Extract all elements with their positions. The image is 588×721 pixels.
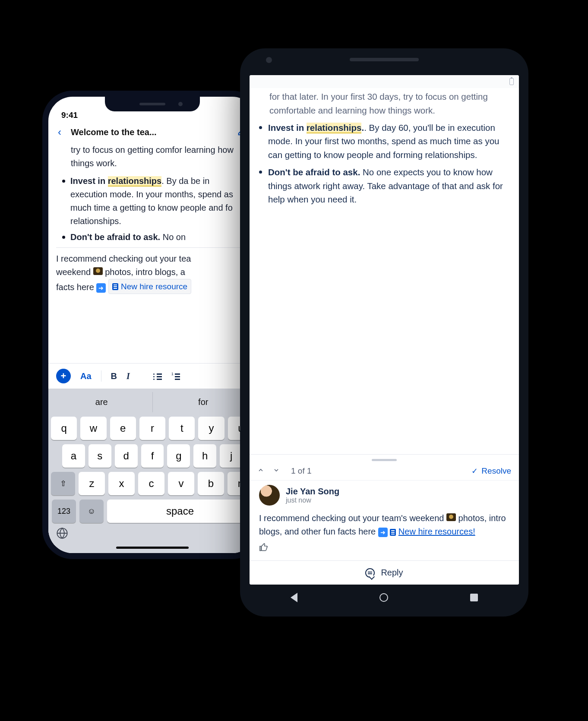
bullet-dot-icon — [62, 180, 65, 183]
key-c[interactable]: c — [138, 472, 164, 495]
key-v[interactable]: v — [168, 472, 194, 495]
bullet-item[interactable]: Don't be afraid to ask. No on — [62, 231, 249, 244]
comments-panel: 1 of 1 ✓ Resolve Jie Yan Song just now — [250, 454, 519, 585]
separator — [101, 370, 101, 382]
suggestion[interactable]: are — [51, 392, 152, 412]
reply-button[interactable]: Reply — [250, 560, 519, 585]
page-link-chip[interactable]: New hire resource — [108, 279, 191, 294]
bullet-lead[interactable]: Don't be afraid to ask. — [268, 167, 360, 177]
comment-preview[interactable]: I recommend checking out your tea weeken… — [56, 252, 249, 294]
key-j[interactable]: j — [220, 444, 243, 468]
highlighted-text[interactable]: relationships — [307, 123, 362, 133]
comment-counter: 1 of 1 — [291, 466, 312, 476]
paragraph[interactable]: try to focus on getting comfor learning … — [71, 143, 249, 170]
space-key[interactable]: space — [107, 500, 253, 523]
highlighted-text[interactable]: relationships — [108, 176, 161, 187]
key-s[interactable]: s — [89, 444, 111, 468]
text[interactable]: photos, intro blogs, a — [105, 267, 185, 277]
key-h[interactable]: h — [193, 444, 216, 468]
status-time: 9:41 — [61, 111, 78, 120]
resolve-label: Resolve — [481, 466, 511, 476]
bullet-dot-icon — [259, 171, 262, 174]
arrow-emoji-icon: ➜ — [378, 528, 388, 537]
numbered-list-button[interactable] — [171, 373, 180, 379]
text[interactable]: I recommend checking out your tea — [56, 254, 191, 263]
check-icon: ✓ — [471, 466, 478, 476]
key-y[interactable]: y — [198, 417, 224, 440]
arrow-emoji-icon: ➜ — [96, 283, 106, 293]
text[interactable]: weekend — [56, 267, 93, 277]
bullet-lead[interactable]: Invest in — [70, 176, 108, 186]
comment: Jie Yan Song just now I recommend checki… — [250, 480, 519, 560]
text[interactable]: facts here — [56, 282, 96, 292]
bullet-body[interactable]: No on — [160, 232, 186, 242]
next-comment-button[interactable] — [273, 467, 280, 475]
key-row: q w e r t y u — [51, 417, 254, 440]
suggestion[interactable]: for — [152, 392, 254, 412]
key-e[interactable]: e — [110, 417, 136, 440]
paragraph-cutoff[interactable]: for that later. In your first 30 days, t… — [269, 90, 509, 117]
bullet-dot-icon — [259, 126, 262, 129]
page-link[interactable]: New hire resources! — [398, 527, 475, 536]
key-row: ⇧ z x c v b n — [51, 472, 254, 495]
numbers-key[interactable]: 123 — [52, 500, 76, 523]
bullet-lead[interactable]: Don't be afraid to ask. — [70, 232, 160, 242]
key-b[interactable]: b — [198, 472, 224, 495]
page-icon — [112, 283, 118, 290]
bold-button[interactable]: B — [111, 371, 117, 381]
comments-header: 1 of 1 ✓ Resolve — [250, 465, 519, 480]
camera-emoji-icon — [446, 513, 456, 521]
ios-nav-header: ‹ Welcome to the tea... — [48, 122, 256, 142]
italic-button[interactable]: I — [126, 371, 130, 381]
avatar[interactable] — [259, 485, 280, 506]
chip-label: New hire resource — [121, 280, 187, 293]
android-status-bar — [250, 75, 519, 88]
comment-timestamp: just now — [286, 496, 339, 504]
key-x[interactable]: x — [108, 472, 135, 495]
text: I recommend checking out your team's wee… — [259, 513, 446, 523]
ios-keyboard: are for q w e r t y u a s — [48, 389, 256, 553]
text-style-button[interactable]: Aa — [80, 371, 92, 381]
divider — [56, 247, 249, 248]
emoji-key[interactable]: ☺ — [79, 500, 104, 523]
bullet-item[interactable]: Invest in relationships. By da be in exe… — [62, 174, 249, 228]
bullet-item[interactable]: Don't be afraid to ask. No one expects y… — [259, 165, 509, 206]
ios-document-body[interactable]: try to focus on getting comfor learning … — [48, 142, 256, 294]
key-w[interactable]: w — [80, 417, 106, 440]
resolve-button[interactable]: ✓ Resolve — [471, 466, 511, 476]
key-q[interactable]: q — [51, 417, 77, 440]
drag-handle[interactable] — [372, 459, 397, 461]
reply-icon — [365, 568, 375, 578]
page-title: Welcome to the tea... — [68, 127, 233, 137]
key-t[interactable]: t — [169, 417, 195, 440]
bullet-item[interactable]: Invest in relationships.. By day 60, you… — [259, 121, 509, 162]
android-screen: for that later. In your first 30 days, t… — [250, 75, 519, 585]
android-document-body[interactable]: for that later. In your first 30 days, t… — [250, 88, 519, 217]
shift-key[interactable]: ⇧ — [51, 472, 75, 495]
key-f[interactable]: f — [141, 444, 164, 468]
key-r[interactable]: r — [139, 417, 165, 440]
home-indicator[interactable] — [116, 547, 189, 549]
insert-button[interactable]: + — [56, 369, 71, 383]
like-button[interactable] — [259, 543, 509, 554]
android-recents-button[interactable] — [470, 594, 478, 601]
key-g[interactable]: g — [167, 444, 190, 468]
globe-icon[interactable] — [56, 529, 68, 542]
key-z[interactable]: z — [79, 472, 105, 495]
key-a[interactable]: a — [62, 444, 85, 468]
android-home-button[interactable] — [379, 593, 388, 602]
android-back-button[interactable] — [291, 593, 297, 602]
key-row: a s d f g h j — [51, 444, 254, 468]
prev-comment-button[interactable] — [257, 467, 264, 475]
reply-label: Reply — [381, 568, 403, 578]
keyboard-suggestions: are for — [51, 392, 254, 412]
bullet-list-button[interactable] — [153, 373, 162, 379]
back-button[interactable]: ‹ — [55, 126, 64, 138]
iphone-screen: 9:41 ‹ Welcome to the tea... try to focu… — [48, 97, 256, 553]
comment-text: I recommend checking out your team's wee… — [259, 512, 509, 538]
bullet-lead[interactable]: Invest in — [268, 123, 307, 133]
android-device: for that later. In your first 30 days, t… — [240, 48, 528, 617]
camera-emoji-icon — [93, 267, 103, 275]
key-d[interactable]: d — [115, 444, 138, 468]
ios-editor-toolbar: + Aa B I are for q w — [48, 363, 256, 553]
